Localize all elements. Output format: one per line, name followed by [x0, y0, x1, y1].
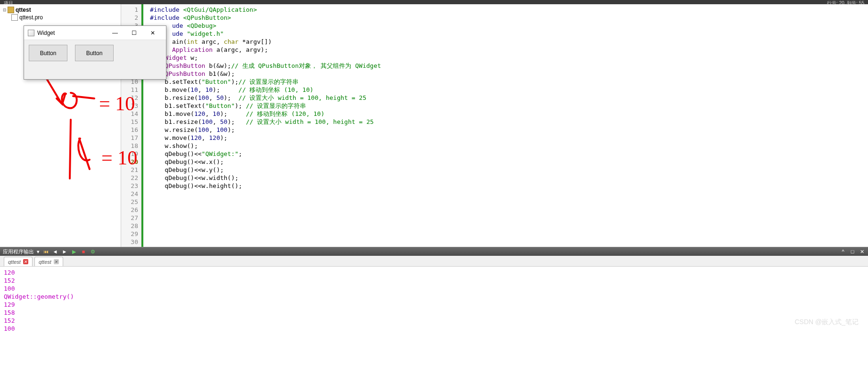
- nav-prev-icon[interactable]: ◄: [52, 248, 58, 255]
- dropdown-icon[interactable]: ▾: [37, 249, 40, 255]
- app-icon: [28, 30, 34, 36]
- output-console[interactable]: 120152100QWidget::geometry()129158152100: [0, 267, 868, 337]
- output-header[interactable]: 应用程序输出 ▾ ⏮ ◄ ► ▶ ■ ⚙ ^ □ ✕: [0, 247, 868, 256]
- project-icon: [8, 7, 14, 13]
- output-tab[interactable]: qttest✕: [4, 257, 33, 266]
- output-panel: 应用程序输出 ▾ ⏮ ◄ ► ▶ ■ ⚙ ^ □ ✕ qttest✕qttest…: [0, 247, 868, 337]
- code-content[interactable]: #include <QtGui/QApplication>#include <Q…: [143, 4, 868, 247]
- window-title: Widget: [37, 30, 106, 36]
- run-icon[interactable]: ▶: [71, 248, 77, 255]
- push-button-1[interactable]: Button: [29, 45, 67, 61]
- output-title: 应用程序输出: [3, 248, 34, 255]
- output-tab-bar[interactable]: qttest✕qttest✕: [0, 256, 868, 267]
- window-titlebar[interactable]: Widget ― ☐ ✕: [24, 26, 166, 40]
- watermark: CSDN @嵌入式_笔记: [794, 318, 859, 326]
- file-icon: [11, 14, 18, 21]
- tree-item[interactable]: qttest.pro: [0, 14, 121, 21]
- file-name: qttest.pro: [19, 14, 43, 21]
- minimize-button[interactable]: ―: [106, 26, 124, 40]
- panel-maximize-icon[interactable]: □: [849, 248, 856, 255]
- close-tab-icon[interactable]: ✕: [54, 259, 59, 264]
- window-body: Button Button: [24, 40, 166, 66]
- tree-root[interactable]: ⊟ qttest: [0, 6, 121, 14]
- expand-icon[interactable]: ⊟: [2, 8, 8, 12]
- output-tab[interactable]: qttest✕: [34, 257, 63, 266]
- project-tree[interactable]: ⊟ qttest qttest.pro Widget ― ☐ ✕ Button …: [0, 4, 121, 247]
- panel-close-icon[interactable]: ✕: [859, 248, 865, 255]
- nav-next-icon[interactable]: ►: [61, 248, 68, 255]
- push-button-2[interactable]: Button: [75, 45, 114, 61]
- menubar: 项目 行号: 20, 列号: 55: [0, 0, 868, 4]
- project-name: qttest: [16, 7, 31, 13]
- panel-menu-icon[interactable]: ^: [840, 248, 846, 255]
- cursor-position: 行号: 20, 列号: 55: [827, 0, 864, 4]
- close-tab-icon[interactable]: ✕: [23, 259, 28, 264]
- code-editor[interactable]: 1234567891011121314151617181920212223242…: [121, 4, 868, 247]
- attach-icon[interactable]: ⚙: [90, 248, 96, 255]
- maximize-button[interactable]: ☐: [124, 26, 143, 40]
- widget-window[interactable]: Widget ― ☐ ✕ Button Button: [24, 25, 166, 80]
- menubar-left: 项目: [4, 0, 13, 4]
- close-button[interactable]: ✕: [143, 26, 162, 40]
- nav-first-icon[interactable]: ⏮: [42, 248, 49, 255]
- stop-icon[interactable]: ■: [80, 248, 87, 255]
